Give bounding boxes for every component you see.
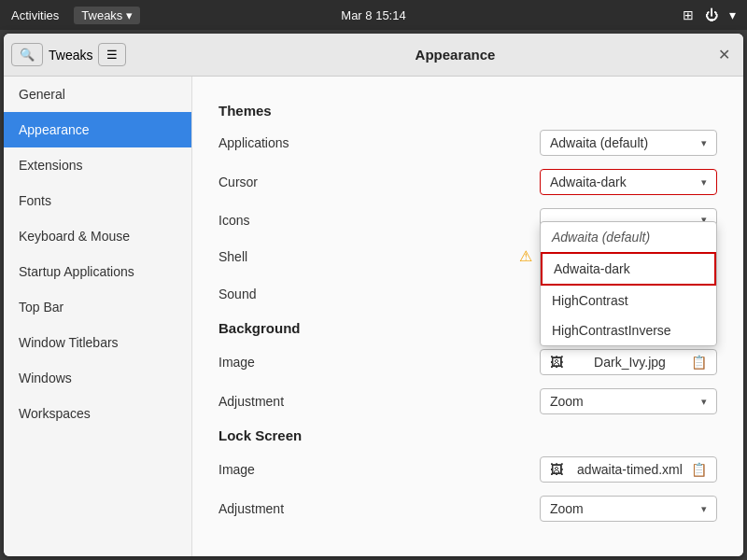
bg-image-filename: Dark_Ivy.jpg [594, 355, 666, 370]
topbar-right: ⊞ ⏻ ▾ [683, 7, 736, 22]
ls-image-row: Image 🖼 adwaita-timed.xml 📋 [218, 456, 717, 483]
applications-control: Adwaita (default) ▾ [405, 130, 717, 156]
window-title: Appearance [198, 47, 712, 63]
cursor-label: Cursor [218, 175, 405, 189]
search-button[interactable]: 🔍 [11, 43, 43, 66]
bg-adjustment-row: Adjustment Zoom ▾ [218, 388, 717, 414]
menu-button[interactable]: ☰ [98, 43, 126, 66]
bg-image-label: Image [218, 355, 405, 370]
cursor-dropdown-arrow: ▾ [701, 176, 707, 189]
window-header: 🔍 Tweaks ☰ Appearance ✕ [4, 34, 743, 77]
cursor-dropdown-value: Adwaita-dark [550, 175, 627, 189]
ls-image-label: Image [218, 462, 405, 477]
bg-adjustment-arrow: ▾ [701, 396, 707, 408]
topbar-left: Activities Tweaks ▾ [11, 7, 140, 24]
topbar-datetime: Mar 8 15:14 [341, 8, 405, 22]
sidebar-item-window-titlebars[interactable]: Window Titlebars [4, 325, 191, 360]
system-topbar: Activities Tweaks ▾ Mar 8 15:14 ⊞ ⏻ ▾ [0, 0, 747, 30]
ls-image-picker-button[interactable]: 📋 [691, 462, 707, 477]
sidebar-item-workspaces[interactable]: Workspaces [4, 396, 191, 431]
header-left: 🔍 Tweaks ☰ [11, 43, 198, 66]
tweaks-window: 🔍 Tweaks ☰ Appearance ✕ General Appearan… [4, 34, 743, 556]
applications-row: Applications Adwaita (default) ▾ [218, 130, 717, 156]
main-content: General Appearance Extensions Fonts Keyb… [4, 77, 743, 556]
themes-section-header: Themes [218, 103, 717, 119]
bg-adjustment-value: Zoom [550, 394, 584, 409]
cursor-option-adwaita-dark[interactable]: Adwaita-dark [541, 252, 716, 286]
sidebar-item-windows[interactable]: Windows [4, 360, 191, 396]
network-icon: ⊞ [683, 7, 694, 22]
sidebar-item-startup-applications[interactable]: Startup Applications [4, 254, 191, 289]
cursor-option-highcontrastinverse[interactable]: HighContrastInverse [541, 315, 716, 345]
ls-adjustment-row: Adjustment Zoom ▾ [218, 496, 717, 522]
ls-adjustment-dropdown[interactable]: Zoom ▾ [540, 496, 717, 522]
cursor-control: Adwaita-dark ▾ [405, 169, 717, 195]
bg-image-row: Image 🖼 Dark_Ivy.jpg 📋 [218, 349, 717, 375]
sidebar-item-extensions[interactable]: Extensions [4, 147, 191, 183]
applications-dropdown[interactable]: Adwaita (default) ▾ [540, 130, 717, 156]
sidebar-item-appearance[interactable]: Appearance [4, 112, 191, 147]
close-button[interactable]: ✕ [712, 44, 736, 65]
ls-adjustment-arrow: ▾ [701, 503, 707, 515]
cursor-row: Cursor Adwaita-dark ▾ [218, 169, 717, 195]
tweaks-menu-button[interactable]: Tweaks ▾ [74, 7, 140, 24]
bg-image-file-icon: 🖼 [550, 355, 563, 370]
bg-image-control: 🖼 Dark_Ivy.jpg 📋 [405, 349, 717, 375]
cursor-dropdown[interactable]: Adwaita-dark ▾ [540, 169, 717, 195]
bg-adjustment-label: Adjustment [218, 394, 405, 409]
ls-adjustment-value: Zoom [550, 501, 584, 516]
cursor-option-highcontrast[interactable]: HighContrast [541, 286, 716, 315]
cursor-dropdown-popup[interactable]: Adwaita (default) Adwaita-dark HighContr… [540, 221, 717, 346]
icons-label: Icons [218, 213, 405, 228]
ls-adjustment-control: Zoom ▾ [405, 496, 717, 522]
power-arrow-icon[interactable]: ▾ [729, 7, 736, 22]
sidebar-item-general[interactable]: General [4, 77, 191, 112]
ls-image-file-icon: 🖼 [550, 462, 563, 477]
cursor-option-adwaita-default[interactable]: Adwaita (default) [541, 222, 716, 252]
sidebar: General Appearance Extensions Fonts Keyb… [4, 77, 192, 556]
bg-adjustment-control: Zoom ▾ [405, 388, 717, 414]
applications-dropdown-arrow: ▾ [701, 137, 707, 149]
bg-adjustment-dropdown[interactable]: Zoom ▾ [540, 388, 717, 414]
sidebar-item-fonts[interactable]: Fonts [4, 183, 191, 218]
ls-adjustment-label: Adjustment [218, 501, 405, 516]
shell-label: Shell [218, 249, 405, 264]
sidebar-item-top-bar[interactable]: Top Bar [4, 289, 191, 325]
header-tweaks-label: Tweaks [49, 48, 92, 63]
bg-image-picker-button[interactable]: 📋 [691, 355, 707, 370]
applications-label: Applications [218, 135, 405, 150]
activities-button[interactable]: Activities [11, 8, 59, 22]
sound-label: Sound [218, 287, 405, 301]
content-panel: Themes Applications Adwaita (default) ▾ … [192, 77, 743, 556]
power-icon[interactable]: ⏻ [705, 7, 718, 22]
bg-image-filepicker[interactable]: 🖼 Dark_Ivy.jpg 📋 [540, 349, 717, 375]
applications-dropdown-value: Adwaita (default) [550, 135, 648, 150]
ls-image-control: 🖼 adwaita-timed.xml 📋 [405, 456, 717, 483]
sidebar-item-keyboard-mouse[interactable]: Keyboard & Mouse [4, 218, 191, 254]
shell-warning-icon: ⚠ [519, 247, 532, 265]
search-icon: 🔍 [20, 48, 35, 62]
ls-image-filename: adwaita-timed.xml [577, 462, 683, 477]
lockscreen-section-header: Lock Screen [218, 427, 717, 443]
tweaks-menu-arrow: ▾ [126, 8, 133, 22]
ls-image-filepicker[interactable]: 🖼 adwaita-timed.xml 📋 [540, 456, 717, 483]
tweaks-menu-label: Tweaks [81, 8, 122, 22]
